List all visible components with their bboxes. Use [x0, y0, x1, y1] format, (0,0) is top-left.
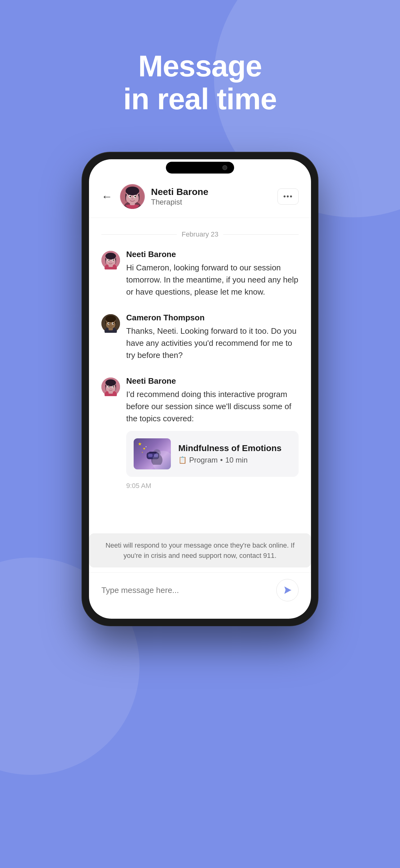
svg-point-29 [112, 323, 114, 324]
msg-text-1: Hi Cameron, looking forward to our sessi… [126, 262, 299, 298]
svg-point-10 [131, 198, 133, 199]
program-card[interactable]: Mindfulness of Emotions 📋 Program • 10 m… [126, 431, 299, 477]
svg-point-49 [142, 452, 143, 453]
svg-point-15 [105, 253, 116, 259]
msg-avatar-neeti-1 [101, 251, 120, 270]
msg-time: 9:05 AM [126, 482, 299, 490]
svg-point-19 [112, 259, 114, 261]
phone-mockup: ← [82, 152, 318, 625]
svg-point-38 [108, 386, 109, 388]
status-notice: Neeti will respond to your message once … [89, 533, 311, 567]
chat-input-area [89, 572, 311, 619]
date-separator: February 23 [101, 230, 299, 239]
svg-point-25 [105, 315, 116, 322]
program-info: Mindfulness of Emotions 📋 Program • 10 m… [178, 443, 291, 464]
therapist-name: Neeti Barone [151, 187, 277, 197]
svg-rect-45 [148, 454, 153, 457]
svg-point-48 [143, 448, 145, 450]
dynamic-island [166, 162, 234, 174]
program-title: Mindfulness of Emotions [178, 443, 291, 453]
phone-screen: ← [89, 159, 311, 619]
more-options-button[interactable]: ••• [277, 188, 299, 205]
program-duration: 10 min [225, 456, 247, 464]
date-label: February 23 [182, 230, 219, 239]
hero-title: Message in real time [124, 50, 277, 115]
svg-point-18 [108, 259, 109, 261]
cameron-avatar-svg [101, 314, 120, 333]
svg-point-50 [146, 446, 147, 447]
msg-avatar-cameron [101, 314, 120, 333]
svg-point-35 [105, 379, 116, 386]
msg-avatar-neeti-2 [101, 377, 120, 396]
program-separator: • [220, 456, 223, 464]
therapist-role: Therapist [151, 198, 277, 207]
message-group-3: Neeti Barone I'd recommend doing this in… [101, 376, 299, 490]
program-meta: 📋 Program • 10 min [178, 456, 291, 464]
svg-point-8 [130, 196, 131, 197]
svg-point-40 [110, 389, 112, 389]
msg-sender-2: Cameron Thompson [126, 313, 299, 322]
program-thumbnail [134, 438, 171, 469]
message-group-1: Neeti Barone Hi Cameron, looking forward… [101, 250, 299, 298]
msg-text-3: I'd recommend doing this interactive pro… [126, 389, 299, 425]
book-icon: 📋 [178, 456, 187, 464]
chat-body: February 23 [89, 218, 311, 527]
date-line-left [101, 235, 177, 235]
svg-point-9 [135, 196, 136, 197]
camera-dot [222, 165, 227, 170]
therapist-info: Neeti Barone Therapist [151, 187, 277, 207]
svg-point-28 [108, 323, 109, 324]
therapist-avatar-svg [120, 184, 145, 209]
svg-rect-47 [149, 452, 157, 453]
msg-text-2: Thanks, Neeti. Looking forward to it too… [126, 325, 299, 361]
msg-sender-1: Neeti Barone [126, 250, 299, 259]
message-input[interactable] [101, 586, 270, 595]
send-button[interactable] [276, 579, 299, 601]
therapist-avatar [120, 184, 145, 209]
neeti-avatar-svg-2 [101, 377, 120, 396]
neeti-avatar-svg-1 [101, 251, 120, 270]
message-group-2: Cameron Thompson Thanks, Neeti. Looking … [101, 313, 299, 361]
svg-point-30 [110, 325, 112, 326]
msg-content-3: Neeti Barone I'd recommend doing this in… [126, 376, 299, 490]
svg-point-39 [112, 386, 114, 388]
back-button[interactable]: ← [101, 190, 112, 203]
program-type: Program [189, 456, 218, 464]
msg-sender-3: Neeti Barone [126, 376, 299, 386]
send-icon [282, 585, 292, 595]
date-line-right [223, 235, 299, 235]
svg-point-20 [110, 262, 112, 262]
svg-point-5 [126, 187, 139, 195]
phone-outer: ← [82, 152, 318, 625]
msg-content-2: Cameron Thompson Thanks, Neeti. Looking … [126, 313, 299, 361]
msg-content-1: Neeti Barone Hi Cameron, looking forward… [126, 250, 299, 298]
